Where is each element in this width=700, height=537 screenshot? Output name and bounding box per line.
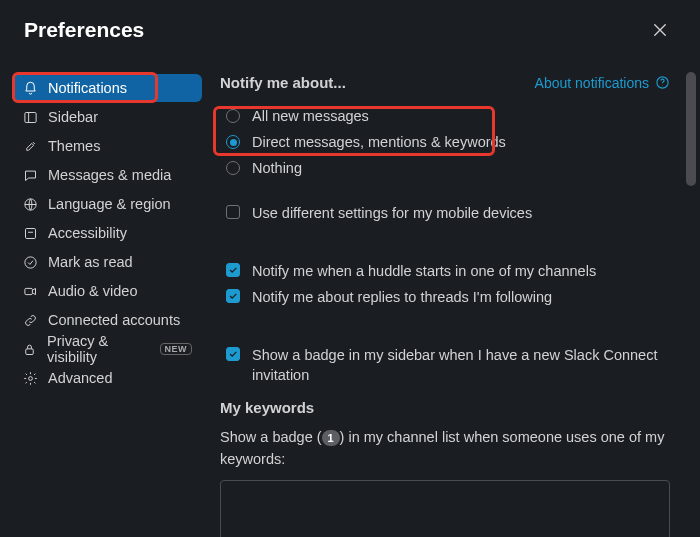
svg-rect-5 — [26, 348, 34, 354]
video-icon — [22, 283, 38, 299]
my-keywords-title: My keywords — [220, 399, 670, 416]
checkbox-label: Notify me about replies to threads I'm f… — [252, 287, 552, 307]
dialog-title: Preferences — [24, 18, 144, 42]
sidebar-item-label: Privacy & visibility — [47, 333, 146, 365]
sidebar-item-privacy-visibility[interactable]: Privacy & visibility NEW — [12, 335, 202, 363]
globe-icon — [22, 196, 38, 212]
radio-all-new-messages[interactable]: All new messages — [226, 103, 670, 129]
radio-nothing[interactable]: Nothing — [226, 155, 670, 181]
radio-label: Nothing — [252, 160, 302, 176]
checkbox-icon — [226, 347, 240, 361]
keywords-textarea[interactable] — [220, 480, 670, 537]
sidebar-item-accessibility[interactable]: Accessibility — [12, 219, 202, 247]
radio-direct-messages[interactable]: Direct messages, mentions & keywords — [226, 129, 670, 155]
my-keywords-description: Show a badge (1) in my channel list when… — [220, 426, 670, 470]
link-icon — [22, 312, 38, 328]
sidebar-item-label: Mark as read — [48, 254, 133, 270]
checkbox-mobile-different-settings[interactable]: Use different settings for my mobile dev… — [226, 203, 670, 223]
sidebar-icon — [22, 109, 38, 125]
about-notifications-label: About notifications — [535, 75, 649, 91]
sidebar-item-advanced[interactable]: Advanced — [12, 364, 202, 392]
help-icon — [655, 75, 670, 90]
sidebar-item-label: Messages & media — [48, 167, 171, 183]
sidebar-item-messages-media[interactable]: Messages & media — [12, 161, 202, 189]
close-icon — [651, 21, 669, 39]
checkbox-label: Show a badge in my sidebar when I have a… — [252, 345, 670, 385]
svg-point-8 — [662, 85, 663, 86]
sidebar-item-label: Connected accounts — [48, 312, 180, 328]
sidebar-item-mark-as-read[interactable]: Mark as read — [12, 248, 202, 276]
sidebar-item-language-region[interactable]: Language & region — [12, 190, 202, 218]
bell-icon — [22, 80, 38, 96]
checkbox-icon — [226, 289, 240, 303]
preferences-dialog: Preferences Notifications Sidebar Themes… — [0, 0, 700, 537]
sidebar-item-label: Audio & video — [48, 283, 137, 299]
sidebar-item-label: Advanced — [48, 370, 113, 386]
preferences-content: Notify me about... About notifications A… — [210, 52, 700, 537]
svg-point-3 — [24, 256, 35, 267]
sidebar-item-label: Accessibility — [48, 225, 127, 241]
sidebar-item-notifications[interactable]: Notifications — [12, 74, 202, 102]
checkbox-thread-replies[interactable]: Notify me about replies to threads I'm f… — [226, 287, 670, 307]
checkbox-label: Notify me when a huddle starts in one of… — [252, 261, 596, 281]
gear-icon — [22, 370, 38, 386]
brush-icon — [22, 138, 38, 154]
accessibility-icon — [22, 225, 38, 241]
sidebar-item-label: Notifications — [48, 80, 127, 96]
count-badge: 1 — [322, 430, 340, 446]
svg-rect-0 — [24, 112, 35, 122]
sidebar-item-audio-video[interactable]: Audio & video — [12, 277, 202, 305]
scrollbar-thumb[interactable] — [686, 72, 696, 186]
sidebar-item-label: Sidebar — [48, 109, 98, 125]
message-icon — [22, 167, 38, 183]
sidebar-item-label: Themes — [48, 138, 100, 154]
radio-label: Direct messages, mentions & keywords — [252, 134, 506, 150]
check-circle-icon — [22, 254, 38, 270]
notify-section-header: Notify me about... About notifications — [220, 74, 670, 91]
dialog-body: Notifications Sidebar Themes Messages & … — [0, 52, 700, 537]
svg-rect-2 — [25, 228, 35, 238]
checkbox-slack-connect-badge[interactable]: Show a badge in my sidebar when I have a… — [226, 345, 670, 385]
radio-icon — [226, 161, 240, 175]
sidebar-item-label: Language & region — [48, 196, 171, 212]
close-button[interactable] — [644, 14, 676, 46]
svg-point-6 — [28, 376, 32, 380]
about-notifications-link[interactable]: About notifications — [535, 75, 670, 91]
checkbox-huddle-notify[interactable]: Notify me when a huddle starts in one of… — [226, 261, 670, 281]
checkbox-icon — [226, 263, 240, 277]
sidebar-item-sidebar[interactable]: Sidebar — [12, 103, 202, 131]
checkbox-icon — [226, 205, 240, 219]
checkbox-label: Use different settings for my mobile dev… — [252, 203, 532, 223]
radio-icon — [226, 135, 240, 149]
notify-section-title: Notify me about... — [220, 74, 346, 91]
preferences-sidebar: Notifications Sidebar Themes Messages & … — [0, 52, 210, 537]
lock-icon — [22, 341, 37, 357]
sidebar-item-themes[interactable]: Themes — [12, 132, 202, 160]
svg-rect-4 — [24, 288, 32, 294]
new-badge: NEW — [160, 343, 193, 355]
dialog-header: Preferences — [0, 0, 700, 52]
radio-label: All new messages — [252, 108, 369, 124]
sidebar-item-connected-accounts[interactable]: Connected accounts — [12, 306, 202, 334]
radio-icon — [226, 109, 240, 123]
